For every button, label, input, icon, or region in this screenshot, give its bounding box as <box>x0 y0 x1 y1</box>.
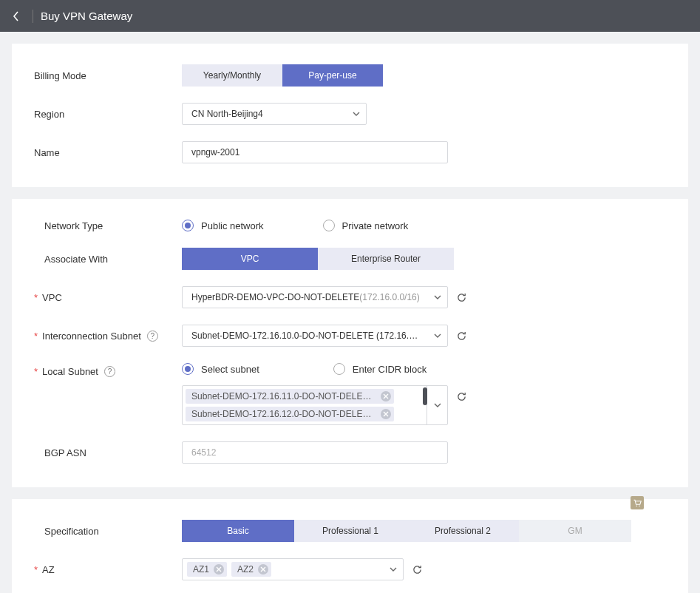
required-star: * <box>34 366 38 377</box>
caret-down-icon <box>434 295 441 299</box>
vpc-selected-cidr: (172.16.0.0/16) <box>359 292 419 302</box>
specification-basic[interactable]: Basic <box>182 520 294 542</box>
local-subnet-body: Select subnet Enter CIDR block Subnet-DE… <box>182 363 666 425</box>
cart-badge-icon[interactable] <box>631 496 644 509</box>
radio-icon <box>182 220 194 231</box>
caret-down-icon <box>390 567 397 572</box>
region-select[interactable]: CN North-Beijing4 <box>182 103 367 125</box>
top-bar: Buy VPN Gateway <box>0 0 700 32</box>
tag-text: Subnet-DEMO-172.16.11.0-DO-NOT-DELETE (1… <box>191 391 376 401</box>
radio-label: Select subnet <box>201 364 259 375</box>
label-vpc-text: VPC <box>42 292 62 303</box>
radio-label: Enter CIDR block <box>353 364 427 375</box>
page-title: Buy VPN Gateway <box>41 10 132 22</box>
required-star: * <box>34 292 38 303</box>
radio-icon <box>333 363 345 375</box>
label-billing-mode: Billing Mode <box>34 70 182 81</box>
local-subnet-tag: Subnet-DEMO-172.16.11.0-DO-NOT-DELETE (1… <box>186 389 394 404</box>
panel-basic: Billing Mode Yearly/Monthly Pay-per-use … <box>12 44 688 187</box>
local-subnet-multiselect[interactable]: Subnet-DEMO-172.16.11.0-DO-NOT-DELETE (1… <box>182 385 448 425</box>
specification-professional-1[interactable]: Professional 1 <box>294 520 407 542</box>
label-az: * AZ <box>34 564 182 575</box>
radio-label: Public network <box>201 220 264 231</box>
label-specification: Specification <box>34 526 182 537</box>
label-name: Name <box>34 147 182 158</box>
required-star: * <box>34 331 38 342</box>
label-region: Region <box>34 109 182 120</box>
specification-gm: GM <box>519 520 631 542</box>
billing-mode-payperuse[interactable]: Pay-per-use <box>282 64 383 87</box>
local-subnet-enter-cidr[interactable]: Enter CIDR block <box>333 363 427 375</box>
region-selected: CN North-Beijing4 <box>191 109 263 119</box>
chevron-left-icon <box>13 11 20 21</box>
local-subnet-tags: Subnet-DEMO-172.16.11.0-DO-NOT-DELETE (1… <box>183 386 427 424</box>
az-refresh-button[interactable] <box>411 563 423 575</box>
caret-down-icon <box>434 333 441 338</box>
tag-text: AZ2 <box>237 564 254 575</box>
specification-segmented: Basic Professional 1 Professional 2 GM <box>182 520 631 542</box>
associate-enterprise-router[interactable]: Enterprise Router <box>318 248 454 270</box>
tag-remove-icon[interactable] <box>381 409 391 419</box>
specification-professional-2[interactable]: Professional 2 <box>407 520 519 542</box>
scrollbar[interactable] <box>423 387 427 405</box>
local-subnet-refresh-button[interactable] <box>455 390 467 402</box>
svg-point-0 <box>636 505 638 506</box>
local-subnet-radio-group: Select subnet Enter CIDR block <box>182 363 666 375</box>
radio-label: Private network <box>342 220 409 231</box>
label-interconnection-subnet: * Interconnection Subnet ? <box>34 331 182 342</box>
interconnection-subnet-selected: Subnet-DEMO-172.16.10.0-DO-NOT-DELETE (1… <box>191 331 421 341</box>
label-az-text: AZ <box>42 564 55 575</box>
billing-mode-segmented: Yearly/Monthly Pay-per-use <box>182 64 383 87</box>
az-select[interactable]: AZ1 AZ2 <box>182 558 404 580</box>
az-tags: AZ1 AZ2 <box>187 562 271 577</box>
interconnection-subnet-refresh-button[interactable] <box>455 330 467 342</box>
radio-icon <box>182 363 194 375</box>
label-bgp-asn: BGP ASN <box>34 447 182 458</box>
tag-remove-icon[interactable] <box>258 564 268 575</box>
local-subnet-select-subnet[interactable]: Select subnet <box>182 363 259 375</box>
required-star: * <box>34 564 38 575</box>
tag-remove-icon[interactable] <box>381 391 391 401</box>
bgp-asn-input[interactable] <box>182 441 448 464</box>
back-button[interactable] <box>7 7 25 25</box>
associate-with-segmented: VPC Enterprise Router <box>182 248 454 270</box>
vpc-select[interactable]: HyperBDR-DEMO-VPC-DO-NOT-DELETE(172.16.0… <box>182 286 448 308</box>
caret-down-icon <box>353 112 360 116</box>
label-interconnection-subnet-text: Interconnection Subnet <box>42 331 141 342</box>
divider <box>33 10 33 23</box>
vpc-refresh-button[interactable] <box>455 291 467 303</box>
vpc-selected-name: HyperBDR-DEMO-VPC-DO-NOT-DELETE <box>191 292 359 302</box>
radio-icon <box>323 220 335 231</box>
az-tag: AZ2 <box>231 562 271 577</box>
local-subnet-dropdown-toggle[interactable] <box>427 386 447 424</box>
label-local-subnet-text: Local Subnet <box>42 366 98 377</box>
az-tag: AZ1 <box>187 562 227 577</box>
network-type-public[interactable]: Public network <box>182 220 264 231</box>
svg-point-1 <box>639 505 640 506</box>
caret-down-icon <box>434 403 441 407</box>
panel-specification: Specification Basic Professional 1 Profe… <box>12 499 688 593</box>
interconnection-subnet-select[interactable]: Subnet-DEMO-172.16.10.0-DO-NOT-DELETE (1… <box>182 325 448 347</box>
network-type-private[interactable]: Private network <box>323 220 409 231</box>
tag-text: AZ1 <box>193 564 209 575</box>
panel-network: Network Type Public network Private netw… <box>12 199 688 487</box>
associate-vpc[interactable]: VPC <box>182 248 318 270</box>
specification-gm-text: GM <box>568 526 582 536</box>
help-icon[interactable]: ? <box>104 366 115 377</box>
network-type-radio-group: Public network Private network <box>182 220 408 231</box>
label-local-subnet: * Local Subnet ? <box>34 363 182 377</box>
help-icon[interactable]: ? <box>147 331 158 342</box>
tag-remove-icon[interactable] <box>214 564 224 575</box>
tag-text: Subnet-DEMO-172.16.12.0-DO-NOT-DELETE (1… <box>191 409 376 419</box>
label-vpc: * VPC <box>34 292 182 303</box>
name-input[interactable] <box>182 141 448 163</box>
vpc-selected: HyperBDR-DEMO-VPC-DO-NOT-DELETE(172.16.0… <box>191 292 420 302</box>
local-subnet-tag: Subnet-DEMO-172.16.12.0-DO-NOT-DELETE (1… <box>186 407 394 421</box>
billing-mode-yearly[interactable]: Yearly/Monthly <box>182 64 282 87</box>
label-associate-with: Associate With <box>34 254 182 265</box>
label-network-type: Network Type <box>34 220 182 231</box>
